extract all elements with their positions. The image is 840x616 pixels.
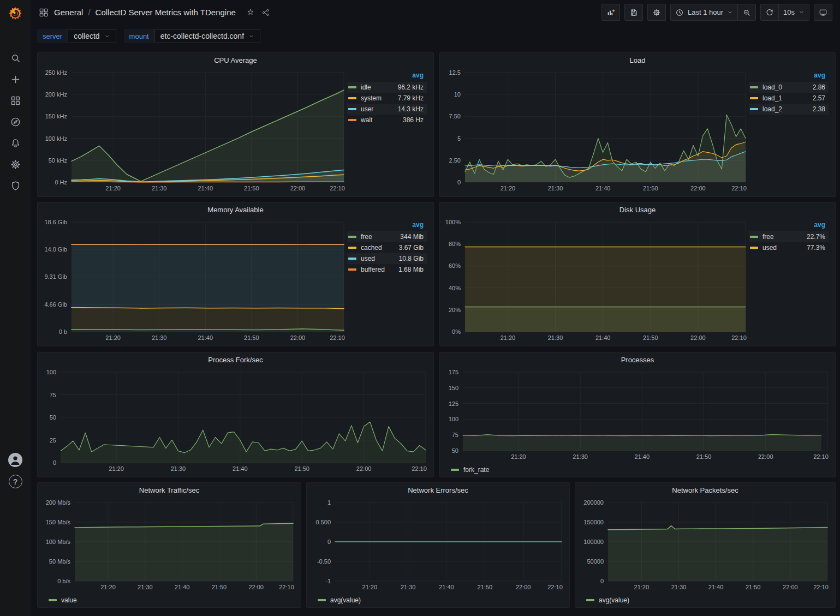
series-avg-value: 2.38 [802,104,829,115]
svg-text:21:50: 21:50 [643,334,658,341]
svg-text:125: 125 [449,400,458,407]
panel-title[interactable]: CPU Average [38,53,433,67]
sidebar-item-dashboards[interactable] [3,90,27,111]
svg-text:21:30: 21:30 [671,584,687,590]
disk-usage-chart[interactable]: 0%20%40%60%80%100%21:2021:3021:4021:5022… [443,217,749,343]
legend: value [38,595,301,607]
cpu-average-chart[interactable]: 0 Hz50 kHz100 kHz150 kHz200 kHz250 kHz21… [41,67,347,193]
grafana-logo-icon[interactable] [7,5,24,22]
panel-title[interactable]: Network Packets/sec [575,483,835,497]
series-name: system [361,94,382,102]
svg-text:50: 50 [50,414,56,421]
star-icon[interactable] [246,8,255,17]
time-range-picker[interactable]: Last 1 hour [670,4,738,21]
legend-item-value[interactable]: value [49,596,77,604]
dashboard-grid-icon[interactable] [38,7,49,18]
network-packets-chart[interactable]: 05000010000015000020000021:2021:3021:402… [579,497,831,592]
process-fork-chart[interactable]: 025507510021:2021:3021:4021:5022:0022:10 [41,367,429,474]
legend-avg-header[interactable]: avg [802,71,829,82]
gear-icon [652,8,661,17]
network-errors-chart[interactable]: -1-0.5000.500121:2021:3021:4021:5022:002… [310,497,565,592]
series-avg-value: 14.3 kHz [390,104,427,115]
panel-title[interactable]: Disk Usage [440,202,835,217]
series-color-swatch [348,86,356,88]
panel-title[interactable]: Memory Available [38,202,433,217]
variable-mount-label: mount [124,29,154,43]
clock-icon [675,8,684,17]
svg-text:12.5: 12.5 [449,69,461,76]
svg-text:0: 0 [53,459,56,466]
legend-item-system[interactable]: system7.79 kHz [347,93,427,104]
network-traffic-chart[interactable]: 0 b/s50 Mb/s100 Mb/s150 Mb/s200 Mb/s21:2… [41,497,296,592]
series-color-swatch [451,469,459,471]
variable-server-value[interactable]: collectd [68,29,116,43]
legend-item-free[interactable]: free22.7% [749,231,829,242]
load-chart[interactable]: 02.5057.501012.521:2021:3021:4021:5022:0… [443,67,749,193]
panel-process-fork: Process Fork/sec025507510021:2021:3021:4… [37,352,434,477]
series-color-swatch [348,247,356,249]
help-button[interactable]: ? [9,475,22,488]
legend-item-cached[interactable]: cached3.67 Gib [347,242,427,253]
legend-item-load_2[interactable]: load_22.38 [749,104,829,115]
search-icon [10,52,21,64]
zoom-out-button[interactable] [737,4,756,21]
refresh-button[interactable] [760,4,779,21]
svg-text:21:20: 21:20 [105,334,121,341]
add-panel-button[interactable] [601,4,620,21]
legend-avg-header[interactable]: avg [392,221,427,231]
dashboard-title[interactable]: CollectD Server Metrics with TDengine [96,8,236,17]
legend-item-used[interactable]: used10.8 Gib [347,253,427,264]
series-name: user [361,105,373,113]
series-name: load_2 [762,105,782,113]
legend-item-load_1[interactable]: load_12.57 [749,93,829,104]
variable-mount-value[interactable]: etc-collectd-collectd.conf [154,29,260,43]
sidebar-item-search[interactable] [3,47,27,69]
main-area: General / CollectD Server Metrics with T… [31,0,840,616]
legend-avg-header[interactable]: avg [793,221,829,231]
save-dashboard-button[interactable] [624,4,643,21]
svg-text:21:50: 21:50 [746,584,761,590]
variable-server-label: server [37,29,68,43]
sidebar-item-explore[interactable] [3,111,27,133]
legend-item-fork_rate[interactable]: fork_rate [451,466,489,474]
sidebar-item-create[interactable] [3,69,27,90]
processes-chart[interactable]: 507510012515017521:2021:3021:4021:5022:0… [443,367,831,462]
sidebar-item-alerting[interactable] [3,133,27,154]
user-avatar[interactable] [8,453,22,467]
svg-text:22:10: 22:10 [412,465,427,472]
legend-avg-header[interactable]: avg [390,71,427,82]
monitor-icon [819,8,827,17]
series-avg-value: 3.67 Gib [392,242,427,253]
series-color-swatch [348,268,356,271]
time-range-label: Last 1 hour [688,8,723,16]
panel-title[interactable]: Network Errors/sec [307,483,569,497]
sidebar-item-configuration[interactable] [3,154,27,175]
share-icon[interactable] [261,8,270,17]
series-avg-value: 22.7% [793,231,829,242]
svg-text:0: 0 [457,179,461,186]
series-avg-value: 77.3% [793,242,829,253]
dashboard-settings-button[interactable] [647,4,666,21]
legend-item-buffered[interactable]: buffered1.68 Mib [347,264,427,275]
cycle-view-mode-button[interactable] [814,4,832,21]
memory-available-chart[interactable]: 0 b4.66 Gib9.31 Gib14.0 Gib18.6 Gib21:20… [41,217,347,343]
panel-title[interactable]: Processes [440,352,835,367]
breadcrumb-folder[interactable]: General [54,8,83,17]
series-name: idle [361,83,371,91]
legend-item-user[interactable]: user14.3 kHz [347,104,427,115]
legend-item-wait[interactable]: wait386 Hz [347,115,427,125]
legend-item-avg(value)[interactable]: avg(value) [318,596,361,604]
svg-text:21:20: 21:20 [501,334,516,341]
panel-title[interactable]: Process Fork/sec [38,352,433,367]
legend-item-idle[interactable]: idle96.2 kHz [347,82,427,93]
refresh-interval-picker[interactable]: 10s [778,4,809,21]
svg-text:21:30: 21:30 [401,584,416,590]
panel-title[interactable]: Network Traffic/sec [38,483,301,497]
shield-icon [10,180,21,192]
legend-item-used[interactable]: used77.3% [749,242,829,253]
sidebar-item-server-admin[interactable] [3,175,27,196]
legend-item-load_0[interactable]: load_02.86 [749,82,829,93]
legend-item-free[interactable]: free344 Mib [347,231,427,242]
legend-item-avg(value)[interactable]: avg(value) [586,596,629,604]
panel-title[interactable]: Load [440,53,835,67]
